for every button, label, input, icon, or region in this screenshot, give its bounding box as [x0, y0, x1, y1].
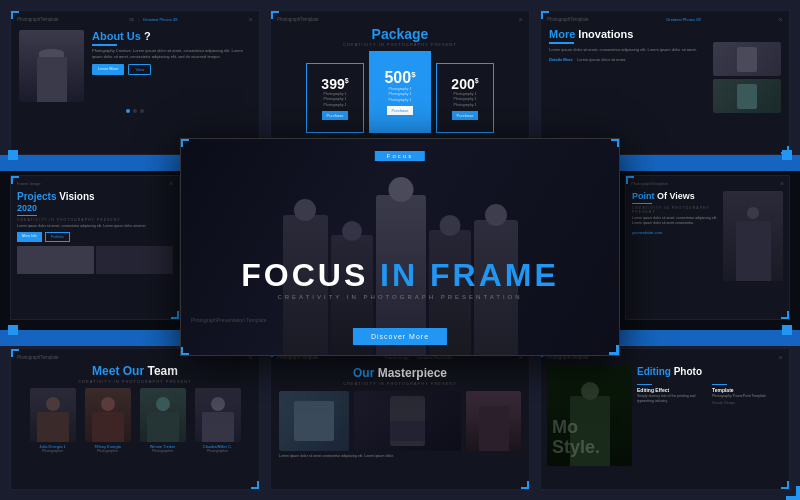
package-btn-1[interactable]: Purchase — [322, 111, 349, 120]
proj-img-2 — [96, 246, 173, 274]
hero-tag: Focus — [375, 151, 425, 161]
about-body-text: Photography Creative. Lorem ipsum dolor … — [92, 48, 251, 60]
package-title: Package — [271, 26, 529, 42]
slide-about-us[interactable]: PhotographTemplate 01 | Greatest Photos … — [10, 10, 260, 155]
edit-section1-title: Editing Effect — [637, 387, 708, 393]
close-icon[interactable]: × — [518, 15, 523, 24]
proj-body-text: Lorem ipsum dolor sit amet, consectetur … — [17, 224, 173, 229]
master-title-colored: Our — [353, 366, 374, 380]
edit-title-rest: Photo — [674, 366, 702, 377]
team-member-1: Julia Energía 1 Photographer — [28, 388, 78, 453]
team-member-3: Winnie Trinket Photographer — [138, 388, 188, 453]
proj-btn-1[interactable]: More Info — [17, 232, 42, 242]
edit-human-design: Human Design — [712, 401, 783, 405]
pov-logo: PhotographTemplate — [631, 181, 668, 186]
about-btn-2[interactable]: View — [128, 64, 151, 75]
inno-title-colored: More — [549, 28, 575, 40]
about-btn-1[interactable]: Learn More — [92, 64, 124, 75]
proj-title-rest: Visions — [59, 191, 94, 202]
slide-masterpiece[interactable]: PhotographTemplate Frame Image Greatest … — [270, 348, 530, 490]
hero-discover-btn[interactable]: Discover More — [353, 328, 447, 345]
package-logo: PhotographTemplate — [277, 17, 319, 22]
slide-hero[interactable]: Focus FOCUS IN FRAME CREATIVITY IN PHOTO… — [180, 138, 620, 356]
hero-subtitle: CREATIVITY IN PHOTOGRAPH PRESENTATION — [181, 294, 619, 300]
team-logo: PhotographTemplate — [17, 355, 59, 360]
inno-title-rest: Inovations — [578, 28, 633, 40]
edit-section2-text: Photography PowerPoint Template — [712, 394, 783, 399]
about-title-rest: ? — [141, 30, 151, 42]
slide-nav-separator: | — [138, 17, 139, 22]
team-member-2: Tiffany Energia Photographer — [83, 388, 133, 453]
package-subtitle: CREATIVITY IN PHOTOGRAPHY PRESENT — [271, 42, 529, 47]
close-icon[interactable]: × — [778, 15, 783, 24]
proj-year: 2020 — [17, 203, 173, 213]
master-title-rest: Masterpiece — [378, 366, 447, 380]
close-icon[interactable]: × — [780, 180, 784, 187]
about-image — [19, 30, 84, 102]
master-img-3 — [466, 391, 521, 451]
slide-editing[interactable]: PhotographTemplate × Mo Style. Editing P… — [540, 348, 790, 490]
team-member-4: Claudia/Miller C. Photographer — [193, 388, 243, 453]
hero-title: FOCUS IN FRAME — [181, 259, 619, 291]
team-title-colored: Meet Our — [92, 364, 144, 378]
proj-btn-2[interactable]: Portfolio — [45, 232, 70, 242]
about-title: About Us — [92, 30, 141, 42]
package-card-1[interactable]: 399$ Photography 1Photography 1Photograp… — [306, 63, 364, 133]
package-card-3[interactable]: 200$ Photography 1Photography 1Photograp… — [436, 63, 494, 133]
inno-logo: PhotographTemplate — [547, 17, 589, 22]
pov-title-colored: Point — [632, 191, 655, 201]
pov-image — [723, 191, 783, 281]
inno-img-1 — [713, 42, 781, 76]
proj-title-colored: Projects — [17, 191, 56, 202]
slide-projects[interactable]: Frame Image × Projects Visions 2020 CREA… — [10, 175, 180, 320]
edit-section1-text: Simply dummy text of the printing and ty… — [637, 394, 708, 405]
editing-main-image: Mo Style. — [547, 366, 632, 466]
edit-title-colored: Editing — [637, 366, 671, 377]
inno-body-text: Lorem ipsum dolor sit amet, consectetur … — [549, 47, 707, 53]
proj-img-1 — [17, 246, 94, 274]
edit-section2-title: Template — [712, 387, 783, 393]
team-title-rest: Team — [147, 364, 177, 378]
slide-innovations[interactable]: PhotographTemplate Greatest Photos 08 × … — [540, 10, 790, 155]
pov-title-rest: Of Views — [657, 191, 695, 201]
slide-nav-item: Greatest Photos 08 — [143, 17, 177, 22]
slide-nav-item: 01 — [129, 17, 133, 22]
close-icon[interactable]: × — [248, 15, 253, 24]
proj-logo: Frame Image — [17, 181, 41, 186]
hero-template-label: PhotographPresentation Template — [191, 317, 267, 323]
close-icon[interactable]: × — [169, 180, 173, 187]
slide-logo: PhotographTemplate — [17, 17, 59, 22]
close-icon[interactable]: × — [778, 353, 783, 362]
big-overlay-line1: Mo — [552, 418, 600, 438]
slide-package[interactable]: PhotographTemplate × Package CREATIVITY … — [270, 10, 530, 155]
inno-img-2 — [713, 79, 781, 113]
master-img-1 — [279, 391, 349, 451]
slide-team[interactable]: PhotographTemplate × Meet Our Team CREAT… — [10, 348, 260, 490]
big-overlay-line2: Style. — [552, 438, 600, 458]
master-img-2 — [354, 391, 461, 451]
pov-body-text: Lorem ipsum dolor sit amet, consectetur … — [632, 216, 718, 227]
slide-pov[interactable]: PhotographTemplate × Point Of Views CREA… — [625, 175, 790, 320]
package-card-2[interactable]: 500$ Photography 1Photography 1Photograp… — [369, 51, 431, 133]
package-btn-2[interactable]: Purchase — [387, 106, 414, 115]
package-btn-3[interactable]: Purchase — [452, 111, 479, 120]
